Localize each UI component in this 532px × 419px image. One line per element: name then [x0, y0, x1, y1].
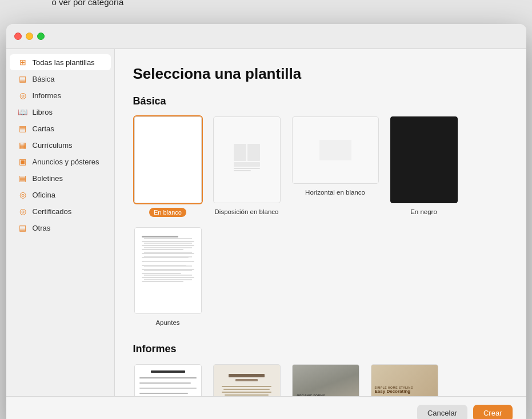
- sidebar-item-cartas[interactable]: ▤ Cartas: [10, 120, 111, 136]
- briefcase-icon: ◎: [18, 190, 28, 199]
- sidebar-item-curriculums[interactable]: ▦ Currículums: [10, 137, 111, 153]
- svg-rect-1: [247, 144, 260, 161]
- tooltip: Ver todas las plantillas o ver por categ…: [52, 0, 137, 8]
- fullscreen-button[interactable]: [37, 33, 45, 40]
- grid-icon: ⊞: [18, 58, 28, 67]
- layout-icon: [233, 143, 261, 177]
- horizontal-icon: [318, 139, 353, 162]
- cancel-button[interactable]: Cancelar: [417, 405, 467, 419]
- thumb-en-negro: [389, 115, 459, 204]
- envelope-icon: ▤: [18, 124, 28, 133]
- book-icon: 📖: [18, 107, 28, 116]
- newspaper-icon: ▤: [18, 174, 28, 183]
- minimize-button[interactable]: [26, 33, 33, 40]
- chart-icon: ◎: [18, 91, 28, 100]
- label-en-negro: En negro: [410, 208, 437, 216]
- thumb-horizontal: [291, 115, 380, 185]
- svg-rect-2: [234, 162, 260, 167]
- person-icon: ▦: [18, 140, 28, 150]
- section-informes-title: Informes: [133, 343, 508, 355]
- sidebar-item-boletines[interactable]: ▤ Boletines: [10, 170, 111, 186]
- titlebar: [6, 24, 526, 49]
- page-title: Selecciona una plantilla: [133, 65, 508, 83]
- thumb-en-blanco: [133, 115, 203, 204]
- bottom-bar: Cancelar Crear: [6, 396, 526, 419]
- sidebar-item-certificados[interactable]: ◎ Certificados: [10, 203, 111, 219]
- sidebar-item-anuncios[interactable]: ▣ Anuncios y pósteres: [10, 154, 111, 170]
- traffic-lights: [14, 33, 45, 40]
- svg-rect-0: [234, 144, 246, 161]
- folder-icon: ▤: [18, 223, 28, 232]
- badge-icon: ◎: [18, 207, 28, 216]
- main-layout: ⊞ Todas las plantillas ▤ Básica ◎ Inform…: [6, 49, 526, 419]
- sidebar-item-basica[interactable]: ▤ Básica: [10, 71, 111, 87]
- template-picker-window: ⊞ Todas las plantillas ▤ Básica ◎ Inform…: [6, 24, 526, 419]
- template-en-negro[interactable]: En negro: [389, 115, 459, 217]
- label-disposicion: Disposición en blanco: [215, 208, 279, 216]
- sidebar-item-oficina[interactable]: ◎ Oficina: [10, 187, 111, 203]
- close-button[interactable]: [14, 33, 22, 40]
- sidebar-item-informes[interactable]: ◎ Informes: [10, 87, 111, 103]
- svg-rect-3: [234, 168, 260, 169]
- template-disposicion[interactable]: Disposición en blanco: [212, 115, 282, 217]
- thumb-apuntes: [133, 226, 203, 315]
- megaphone-icon: ▣: [18, 157, 28, 166]
- sidebar-item-otras[interactable]: ▤ Otras: [10, 220, 111, 236]
- svg-rect-5: [319, 140, 351, 160]
- template-horizontal[interactable]: Horizontal en blanco: [291, 115, 380, 217]
- section-basica-title: Básica: [133, 95, 508, 107]
- svg-rect-4: [234, 170, 251, 171]
- basica-grid: En blanco: [133, 115, 508, 327]
- doc-icon: ▤: [18, 74, 28, 83]
- content-area: Selecciona una plantilla Básica En blanc…: [115, 49, 526, 419]
- create-button[interactable]: Crear: [473, 405, 513, 419]
- template-apuntes[interactable]: Apuntes: [133, 226, 203, 327]
- template-en-blanco[interactable]: En blanco: [133, 115, 203, 217]
- badge-en-blanco: En blanco: [149, 208, 186, 217]
- sidebar-item-todas[interactable]: ⊞ Todas las plantillas: [10, 54, 111, 70]
- label-horizontal: Horizontal en blanco: [305, 188, 365, 197]
- sidebar-item-libros[interactable]: 📖 Libros: [10, 104, 111, 120]
- label-apuntes: Apuntes: [155, 319, 179, 327]
- thumb-disposicion: [212, 115, 282, 204]
- sidebar: ⊞ Todas las plantillas ▤ Básica ◎ Inform…: [6, 49, 115, 419]
